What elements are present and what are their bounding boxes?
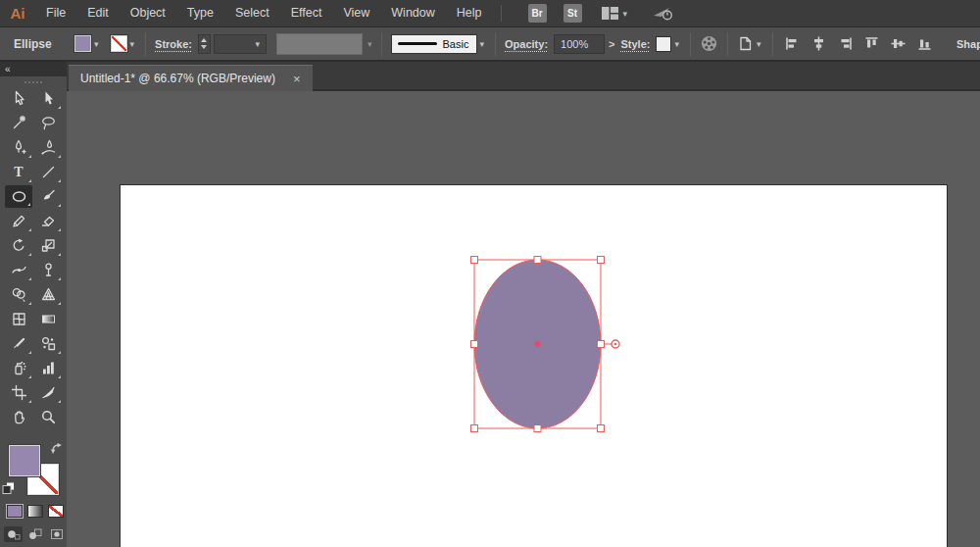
slice-tool[interactable] [33,380,63,405]
align-top-icon[interactable] [863,35,880,52]
curvature-tool[interactable] [33,135,63,160]
paintbrush-tool[interactable] [33,184,63,209]
transform-widget-dot [614,343,616,345]
magic-wand-tool[interactable] [4,111,33,135]
recolor-artwork-icon[interactable] [700,34,718,53]
direct-selection-tool[interactable] [33,86,63,111]
style-label[interactable]: Style: [620,38,650,50]
scale-tool[interactable] [33,233,63,258]
puppet-warp-tool[interactable] [33,258,63,282]
align-bottom-icon[interactable] [916,35,933,52]
menu-edit[interactable]: Edit [76,0,120,26]
mesh-tool[interactable] [4,307,33,331]
menu-select[interactable]: Select [224,0,280,26]
stroke-weight-stepper[interactable] [198,34,211,54]
chevron-down-icon[interactable]: ▾ [757,39,761,49]
align-buttons [784,35,933,52]
fill-color-swatch[interactable] [74,35,91,52]
pencil-tool[interactable] [4,209,33,233]
opacity-label[interactable]: Opacity: [505,38,548,50]
artboard-tool[interactable] [4,380,33,405]
opacity-panel-button[interactable]: > [609,38,614,50]
sync-status-icon[interactable] [653,5,674,22]
fill-proxy-swatch[interactable] [9,445,40,476]
align-vertical-center-icon[interactable] [890,35,906,52]
draw-normal-button[interactable] [4,526,23,542]
paint-style-buttons [0,505,67,518]
lasso-tool[interactable] [33,111,63,135]
illustrator-window: Ai File Edit Object Type Select Effect V… [0,0,980,547]
none-button[interactable] [48,505,64,518]
document-tab[interactable]: Untitled-1* @ 66.67% (RGB/Preview) × [69,65,313,91]
tools-panel-collapse-button[interactable]: « [0,62,67,76]
panel-grip[interactable] [24,81,42,83]
variable-width-profile-dropdown[interactable] [276,33,363,55]
gradient-button[interactable] [27,505,43,518]
chevron-down-icon[interactable]: ▾ [94,39,99,49]
draw-inside-button[interactable] [48,526,67,542]
type-tool[interactable]: T [4,160,33,184]
pen-tool[interactable] [4,135,33,160]
stroke-weight-label[interactable]: Stroke: [155,38,192,50]
menu-object[interactable]: Object [120,0,176,26]
graphic-style-swatch[interactable] [656,36,671,52]
symbol-sprayer-tool[interactable] [4,356,33,380]
eraser-tool[interactable] [33,209,63,233]
perspective-grid-tool[interactable] [33,282,63,307]
document-setup-icon[interactable] [737,35,754,52]
menu-view[interactable]: View [332,0,380,26]
blend-tool[interactable] [33,331,63,356]
handle-bottom-center[interactable] [534,425,541,432]
chevron-down-icon[interactable]: ▾ [480,39,485,49]
default-fill-stroke-icon[interactable] [2,481,16,494]
handle-bottom-right[interactable] [598,425,605,432]
swap-fill-stroke-icon[interactable] [50,442,64,455]
handle-middle-left[interactable] [471,341,478,348]
rotate-tool[interactable] [4,233,33,258]
column-graph-tool[interactable] [33,356,63,380]
step-up-icon[interactable] [201,38,207,42]
chevron-down-icon[interactable]: ▾ [130,39,135,49]
width-tool[interactable] [4,258,33,282]
color-button[interactable] [7,505,23,518]
type-tool-glyph: T [14,165,23,180]
canvas-area[interactable] [67,91,980,547]
handle-bottom-left[interactable] [471,425,478,432]
chevron-down-icon[interactable]: ▾ [674,39,679,49]
align-right-icon[interactable] [837,35,854,52]
selection-tool[interactable] [4,86,33,111]
gradient-tool[interactable] [33,307,63,331]
handle-top-right[interactable] [598,257,605,264]
chevron-down-icon: ▾ [623,9,628,19]
handle-top-center[interactable] [534,257,541,264]
brush-definition-dropdown[interactable]: Basic [391,34,477,54]
shape-label-clipped[interactable]: Shap [956,38,980,50]
stroke-weight-dropdown[interactable]: ▾ [214,34,267,54]
workspace-switcher[interactable]: ▾ [602,7,628,20]
center-point[interactable] [535,341,541,347]
hand-tool[interactable] [4,405,33,429]
close-icon[interactable]: × [293,73,301,85]
align-left-icon[interactable] [784,35,801,52]
menu-file[interactable]: File [35,0,76,26]
shape-builder-tool[interactable] [4,282,33,307]
stock-button[interactable]: St [564,4,582,23]
handle-top-left[interactable] [471,257,478,264]
menu-help[interactable]: Help [446,0,493,26]
draw-behind-button[interactable] [25,526,44,542]
handle-middle-right[interactable] [598,341,605,348]
step-down-icon[interactable] [201,45,207,49]
opacity-input[interactable]: 100% [554,34,605,54]
eyedropper-tool[interactable] [4,331,33,356]
menu-window[interactable]: Window [380,0,445,26]
separator [381,32,382,56]
chevron-down-icon: ▾ [255,39,260,49]
align-horizontal-center-icon[interactable] [810,35,827,52]
ellipse-tool[interactable] [5,185,32,208]
bridge-button[interactable]: Br [528,4,547,23]
menu-effect[interactable]: Effect [280,0,333,26]
stroke-color-swatch[interactable] [111,35,127,52]
zoom-tool[interactable] [33,405,63,429]
line-segment-tool[interactable] [33,160,63,184]
menu-type[interactable]: Type [176,0,224,26]
